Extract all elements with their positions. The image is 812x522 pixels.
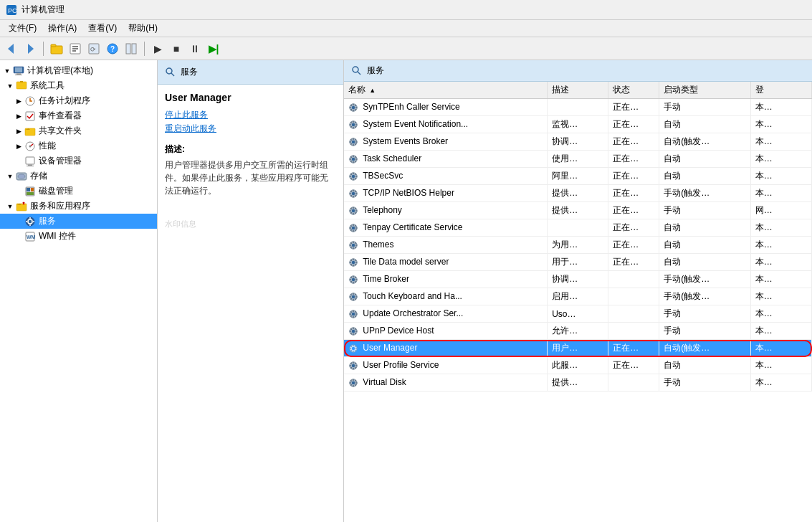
service-login-cell: 本… [750,99,811,116]
restart-service-link[interactable]: 重启动此服务 [165,123,336,135]
table-row[interactable]: Tile Data model server 用于…正在…自动本… [344,254,812,271]
tree-event-viewer[interactable]: ▶ 事件查看器 [0,108,157,123]
col-name-header[interactable]: 名称 ▲ [344,82,548,99]
desc-label: 描述: [165,143,336,156]
menu-file[interactable]: 文件(F) [3,21,42,36]
service-startup-cell: 手动(触发… [659,185,751,202]
service-login-cell: 本… [750,357,811,374]
svg-point-70 [352,141,355,143]
table-row[interactable]: User Profile Service 此服…正在…自动本… [344,357,812,374]
service-gear-icon [348,361,358,371]
table-row[interactable]: User Manager 用户…正在…自动(触发…本… [344,340,812,357]
svg-point-60 [352,123,355,126]
col-status-header[interactable]: 状态 [608,82,659,99]
tree-performance[interactable]: ▶ 性能 [0,138,157,153]
detail-header-label: 服务 [181,66,198,78]
tree-wmi[interactable]: WMI WMI 控件 [0,229,157,244]
service-startup-cell: 自动 [659,357,751,374]
table-row[interactable]: System Event Notification... 监视…正在…自动本… [344,116,812,133]
service-startup-cell: 手动 [659,202,751,219]
service-login-cell: 本… [750,288,811,305]
help-button[interactable]: ? [104,40,121,57]
table-row[interactable]: Touch Keyboard and Ha... 启用…手动(触发…本… [344,288,812,305]
expand-svc [14,217,23,226]
svg-rect-29 [27,166,34,166]
menu-help[interactable]: 帮助(H) [123,21,163,36]
expand-root[interactable]: ▼ [3,67,11,75]
table-row[interactable]: Task Scheduler 使用…正在…自动本… [344,151,812,168]
svg-point-80 [352,158,355,161]
service-name-text: SynTPEnh Caller Service [363,102,459,112]
service-name-cell: Update Orchestrator Ser... [344,305,548,323]
tree-storage[interactable]: ▼ 存储 [0,169,157,184]
menu-view[interactable]: 查看(V) [82,21,123,36]
tree-system-tools[interactable]: ▼ 系统工具 [0,78,157,93]
expand-shared[interactable]: ▶ [14,127,23,136]
col-desc-header[interactable]: 描述 [548,82,608,99]
tree-root[interactable]: ▼ 计算机管理(本地) [0,63,157,78]
refresh-button[interactable]: ⟳ [85,40,102,57]
table-row[interactable]: UPnP Device Host 允许…手动本… [344,323,812,340]
back-button[interactable] [3,40,20,57]
expand-event[interactable]: ▶ [14,112,23,120]
table-row[interactable]: TBSecSvc 阿里…正在…自动本… [344,168,812,185]
svg-point-170 [352,313,355,315]
svg-marker-2 [8,44,14,54]
expand-task[interactable]: ▶ [14,97,23,105]
table-row[interactable]: Telephony 提供…正在…手动网… [344,202,812,219]
table-row[interactable]: Virtual Disk 提供…手动本… [344,374,812,392]
tree-shared-folders[interactable]: ▶ 共享文件夹 [0,123,157,138]
menu-action[interactable]: 操作(A) [42,21,82,36]
service-status-cell: 正在… [608,254,659,271]
service-name-cell: Telephony [344,202,548,219]
svg-rect-35 [27,192,34,195]
service-status-cell: 正在… [608,151,659,168]
service-gear-icon [348,292,358,302]
pause-button[interactable]: ⏸ [186,40,204,57]
service-name-cell: System Event Notification... [344,116,548,133]
tree-services[interactable]: 服务 [0,214,157,229]
service-desc-cell [548,99,608,116]
service-startup-cell: 自动 [659,219,751,237]
svg-rect-28 [28,164,32,166]
table-row[interactable]: SynTPEnh Caller Service 正在…手动本… [344,99,812,116]
search-detail-icon [165,67,176,78]
stop-button[interactable]: ■ [168,40,185,57]
table-row[interactable]: Tenpay Certificate Service 正在…自动本… [344,219,812,237]
stop-service-link[interactable]: 停止此服务 [165,109,336,121]
tree-services-apps[interactable]: ▼ 服务和应用程序 [0,199,157,214]
table-row[interactable]: Update Orchestrator Ser... Uso…手动本… [344,305,812,323]
snap-button[interactable] [123,40,140,57]
tree-disk-mgmt[interactable]: 磁盘管理 [0,184,157,199]
service-startup-cell: 自动 [659,254,751,271]
expand-perf[interactable]: ▶ [14,142,23,151]
col-login-header[interactable]: 登 [750,82,811,99]
title-bar: PC 计算机管理 [0,0,812,20]
tree-task-scheduler[interactable]: ▶ 任务计划程序 [0,93,157,108]
table-row[interactable]: System Events Broker 协调…正在…自动(触发…本… [344,133,812,151]
service-login-cell: 本… [750,254,811,271]
service-gear-icon [348,171,358,181]
table-row[interactable]: Time Broker 协调…手动(触发…本… [344,271,812,288]
properties-button[interactable] [67,40,84,57]
services-apps-icon [16,201,27,212]
forward-button[interactable] [22,40,39,57]
svg-text:⟳: ⟳ [90,46,96,53]
service-gear-icon [348,326,358,336]
expand-system[interactable]: ▼ [6,82,14,90]
svg-rect-20 [16,82,27,89]
svg-point-210 [352,381,355,384]
table-row[interactable]: Themes 为用…正在…自动本… [344,237,812,254]
main-layout: ▼ 计算机管理(本地) ▼ 系统工具 ▶ 任务计 [0,60,812,522]
expand-svcs[interactable]: ▼ [6,202,14,211]
tree-device-manager[interactable]: 设备管理器 [0,153,157,169]
resume-button[interactable]: ▶| [205,40,222,57]
col-startup-header[interactable]: 启动类型 [659,82,751,99]
service-desc-cell: 为用… [548,237,608,254]
folder-button[interactable] [48,40,65,57]
storage-label: 存储 [30,170,47,182]
table-row[interactable]: TCP/IP NetBIOS Helper 提供…正在…手动(触发…本… [344,185,812,202]
expand-storage[interactable]: ▼ [6,172,14,181]
service-name-cell: UPnP Device Host [344,323,548,340]
play-button[interactable]: ▶ [149,40,166,57]
